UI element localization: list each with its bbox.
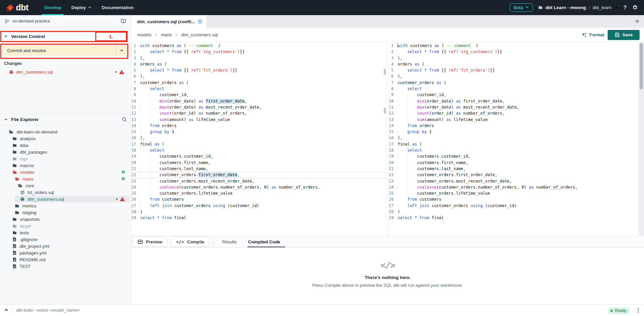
code-line-19[interactable]: 19 customers.customer_id, — [389, 153, 639, 159]
tree-item-dbt_packages[interactable]: dbt_packages — [0, 149, 131, 155]
docs-book-icon[interactable] — [121, 19, 126, 24]
nav-item-deploy[interactable]: Deploy — [66, 0, 97, 15]
code-line-18[interactable]: 18 select — [389, 147, 639, 153]
tree-item-README.md[interactable]: README.md — [0, 256, 131, 263]
code-line-28[interactable]: 28) — [131, 209, 386, 215]
logo-group[interactable]: dbt — [0, 3, 28, 12]
scrollbar-thumb[interactable] — [640, 43, 643, 89]
help-button[interactable]: ? — [623, 4, 627, 11]
code-line-11[interactable]: 11 max(order_date) as most_recent_order_… — [131, 104, 386, 110]
tree-item-.gitignore[interactable]: .gitignore — [0, 236, 131, 243]
tree-item-tests[interactable]: tests — [0, 229, 131, 236]
file-explorer-header[interactable]: File Explorer — [0, 114, 131, 125]
code-line-16[interactable]: 16), — [131, 135, 386, 141]
code-line-22[interactable]: 22 customer_orders.first_order_date, — [389, 172, 639, 178]
settings-gear-icon[interactable] — [632, 5, 638, 10]
code-line-24[interactable]: 24 coalesce(customer_orders.number_of_or… — [131, 184, 386, 190]
chevron-down-icon[interactable] — [4, 35, 8, 38]
code-line-7[interactable]: 7customer_orders as ( — [389, 80, 639, 86]
code-line-13[interactable]: 13 sum(amount) as lifetime_value — [389, 117, 639, 123]
code-line-6[interactable]: 6), — [131, 73, 386, 79]
code-line-8[interactable]: 8 select — [131, 86, 386, 92]
code-line-18[interactable]: 18 select — [131, 147, 386, 153]
code-line-1[interactable]: 1with customers as ( -- comment 2 — [389, 43, 639, 49]
breadcrumb-models[interactable]: models — [137, 32, 151, 37]
search-icon[interactable] — [122, 117, 127, 122]
command-input[interactable]: dbt build --select <model_name> — [16, 308, 80, 313]
code-line-13[interactable]: 13 sum(amount) as lifetime_value — [131, 117, 386, 123]
tree-item-analysis[interactable]: analysis — [0, 135, 131, 142]
code-line-23[interactable]: 23 customer_orders.most_recent_order_dat… — [389, 178, 639, 184]
project-switcher[interactable]: dbt Learn - mwong / dbt_learn — [538, 5, 618, 11]
tree-item-dim_customers.sql[interactable]: dim_customers.sql — [0, 196, 131, 202]
tree-item-core[interactable]: core — [0, 182, 131, 189]
code-line-15[interactable]: 15 group by 1 — [131, 129, 386, 135]
format-button[interactable]: Format — [581, 32, 604, 38]
chevron-up-icon[interactable] — [4, 308, 9, 312]
code-line-21[interactable]: 21 customers.last_name, — [389, 166, 639, 172]
code-line-20[interactable]: 20 customers.first_name, — [131, 160, 386, 166]
changed-file-row[interactable]: dim_customers.sql — [0, 68, 131, 76]
tree-item-dbt_project.yml[interactable]: dbt_project.yml — [0, 243, 131, 249]
tab-dim-customers[interactable]: dim_customers.sql (confli... — [131, 15, 206, 28]
code-line-15[interactable]: 15 group by 1 — [389, 129, 639, 135]
code-line-7[interactable]: 7customer_orders as ( — [131, 80, 386, 86]
code-line-23[interactable]: 23 customer_orders.most_recent_order_dat… — [131, 178, 386, 184]
code-line-29[interactable]: 29select * from final — [389, 215, 639, 221]
tree-item-metrics[interactable]: metrics — [0, 202, 131, 209]
tree-item-fct_orders.sql[interactable]: fct_orders.sql — [0, 189, 131, 196]
code-line-10[interactable]: 10 min(order_date) as first_order_date, — [131, 98, 386, 104]
save-button[interactable]: Save — [608, 30, 640, 40]
code-line-25[interactable]: 25 customer_orders.lifetime_value — [131, 190, 386, 196]
code-line-28[interactable]: 28) — [389, 209, 639, 215]
chevron-down-icon[interactable] — [4, 118, 8, 121]
code-line-2[interactable]: 2 select * from {{ ref('stg_customers')}… — [389, 49, 639, 55]
tab-results[interactable]: Results — [222, 236, 237, 248]
tree-item-TEST[interactable]: TEST — [0, 263, 131, 270]
commit-and-resolve-button[interactable]: Commit and resolve — [3, 45, 116, 55]
breadcrumb-file[interactable]: dim_customers.sql — [181, 32, 217, 37]
code-line-25[interactable]: 25 customer_orders.lifetime_value — [389, 190, 639, 196]
code-line-4[interactable]: 4orders as ( — [131, 61, 386, 67]
tree-item-target[interactable]: target — [0, 223, 131, 229]
tree-item-staging[interactable]: staging — [0, 209, 131, 216]
code-line-14[interactable]: 14 from orders — [131, 123, 386, 129]
code-line-19[interactable]: 19 customers.customer_id, — [131, 153, 386, 159]
code-line-21[interactable]: 21 customers.last_name, — [131, 166, 386, 172]
code-line-3[interactable]: 3), — [131, 55, 386, 61]
tree-item-logs[interactable]: logs — [0, 155, 131, 162]
code-line-17[interactable]: 17final as ( — [389, 141, 639, 147]
tree-item-packages.yml[interactable]: packages.yml — [0, 249, 131, 256]
tree-item-snapshots[interactable]: snapshots — [0, 216, 131, 223]
code-line-4[interactable]: 4orders as ( — [389, 61, 639, 67]
beta-button[interactable]: Beta — [510, 3, 533, 12]
branch-row[interactable]: on-demand-practice — [0, 15, 131, 28]
code-line-5[interactable]: 5 select * from {{ ref('fct_orders')}} — [389, 67, 639, 73]
code-line-11[interactable]: 11 max(order_date) as most_recent_order_… — [389, 104, 639, 110]
code-line-24[interactable]: 24 coalesce(customer_orders.number_of_or… — [389, 184, 639, 190]
nav-item-develop[interactable]: Develop — [39, 0, 66, 15]
code-line-29[interactable]: 29select * from final — [131, 215, 386, 221]
code-line-1[interactable]: 1with customers as ( -- comment 2 — [131, 43, 386, 49]
code-line-22[interactable]: 22 customer_orders.first_order_date, — [131, 172, 386, 178]
breadcrumb-marts[interactable]: marts — [161, 32, 172, 37]
code-line-6[interactable]: 6), — [389, 73, 639, 79]
editor-pane-right[interactable]: 1with customers as ( -- comment 22 selec… — [388, 42, 639, 235]
tree-item-dbt-learn-on-demand[interactable]: dbt-learn-on-demand — [0, 128, 131, 135]
tree-item-marts[interactable]: martsM — [0, 175, 131, 182]
tree-item-data[interactable]: data — [0, 142, 131, 149]
code-line-12[interactable]: 12 count(order_id) as number_of_orders, — [389, 110, 639, 116]
scrollbar-track[interactable] — [639, 42, 644, 235]
code-line-20[interactable]: 20 customers.first_name, — [389, 160, 639, 166]
nav-item-documentation[interactable]: Documentation — [97, 0, 139, 15]
code-line-9[interactable]: 9 customer_id, — [131, 92, 386, 98]
commit-dropdown-button[interactable] — [116, 45, 127, 55]
tree-item-models[interactable]: modelsM — [0, 169, 131, 175]
code-line-2[interactable]: 2 select * from {{ ref('stg_customers')}… — [131, 49, 386, 55]
code-line-16[interactable]: 16), — [389, 135, 639, 141]
editor-pane-left[interactable]: 1with customers as ( -- comment 22 selec… — [131, 42, 386, 235]
code-line-8[interactable]: 8 select — [389, 86, 639, 92]
code-line-5[interactable]: 5 select * from {{ ref('fct_orders')}} — [131, 67, 386, 73]
code-line-26[interactable]: 26 from customers — [389, 196, 639, 202]
code-line-9[interactable]: 9 customer_id, — [389, 92, 639, 98]
